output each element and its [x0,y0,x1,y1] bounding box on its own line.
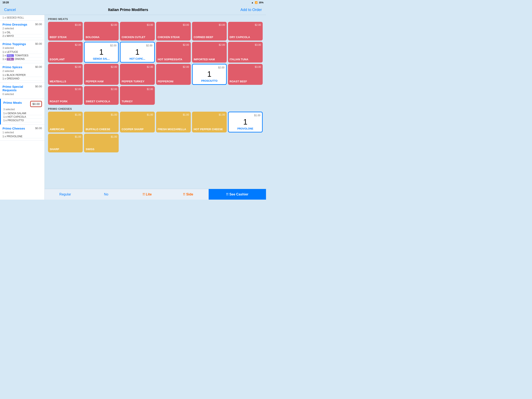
list-item: 1 xLETTUCE [2,50,42,54]
dressings-selected: 2 selected [2,27,42,30]
meat-tile-roast-beef[interactable]: $3.00 ROAST BEEF [228,64,263,85]
side-button[interactable]: !! Side [168,189,209,200]
meat-tile-prosciutto[interactable]: $2.00 1 PROSCIUTTO [192,64,227,85]
sidebar: 1 x SEEDED ROLL Primo Dressings $0.00 2 … [0,15,45,200]
status-time: 10:20 [2,1,9,4]
meats-label: Primo Meats [3,101,22,104]
spices-price: $0.00 [35,65,42,68]
status-icons: ▲ 📶 25% [251,1,264,4]
sidebar-section-cheeses[interactable]: Primo Cheeses $0.00 1 selected 1 xPROVOL… [0,125,44,141]
cheese-tile-provolone[interactable]: $1.00 1 PROVOLONE [228,112,263,132]
meat-tile-dry-capicola[interactable]: $2.00 DRY CAPICOLA [228,22,263,40]
signal-icon: ▲ [251,1,253,4]
meats-price-box: $0.00 [30,101,42,107]
meat-tile-italian-tuna[interactable]: $3.00 ITALIAN TUNA [228,42,263,63]
meat-tile-beef-steak[interactable]: $3.00 BEEF STEAK [48,22,83,40]
cheeses-section-label: PRIMO CHEESES [48,107,263,110]
no-button[interactable]: No [86,189,127,200]
cheese-tile-hot-pepper-cheese[interactable]: $1.00 HOT PEPPER CHEESE [192,112,227,132]
meat-tile-eggplant[interactable]: $2.00 EGGPLANT [48,42,83,63]
cheese-tile-sharp[interactable]: $1.00 SHARP [48,134,83,152]
cheeses-list: 1 xPROVOLONE [2,135,42,138]
list-item: 1 xPROSCIUTTO [3,119,42,122]
special-selected: 0 selected [2,93,42,96]
spices-list: 1 xBLACK PEPPER 1 xOREGANO [2,73,42,80]
list-item: 1 xGENOA SALAMI [3,112,42,115]
wifi-icon: 📶 [255,1,258,4]
list-item: 1 x!! Si...ONIONS [2,57,42,61]
meats-list: 1 xGENOA SALAMI 1 xHOT CAPICOLA 1 xPROSC… [3,112,42,122]
dressings-price: $0.00 [35,23,42,26]
special-price: $0.00 [35,85,42,88]
see-cashier-button[interactable]: !! See Cashier [209,189,266,200]
main-layout: 1 x SEEDED ROLL Primo Dressings $0.00 2 … [0,15,266,200]
list-item: 1 xBLACK PEPPER [2,73,42,77]
sidebar-section-meats[interactable]: Primo Meats $0.00 3 selected 1 xGENOA SA… [0,99,44,125]
bottom-toolbar: Regular No !! Lite !! Side !! See Cashie… [45,189,266,200]
meats-section-label: PRIMO MEATS [48,18,263,21]
sidebar-section-spices[interactable]: Primo Spices $0.00 2 selected 1 xBLACK P… [0,63,44,83]
meat-tile-pepper-turkey[interactable]: $2.00 PEPPER TURKEY [120,64,155,85]
list-item: 1 x!! Li...TOMATOES [2,54,42,57]
meat-tile-pepper-ham[interactable]: $2.00 PEPPER HAM [84,64,119,85]
lite-button[interactable]: !! Lite [127,189,167,200]
meat-tile-imported-ham[interactable]: $2.00 IMPORTED HAM [192,42,227,63]
meats-section: PRIMO MEATS $3.00 BEEF STEAK $2.00 BOLOG… [48,18,263,105]
meat-tile-turkey[interactable]: $2.00 TURKEY [120,86,155,105]
list-item: 2 xMAYO [2,34,42,38]
cheese-tile-buffalo-cheese[interactable]: $1.00 BUFFALO CHEESE [84,112,119,132]
add-to-order-button[interactable]: Add to Order [241,8,262,12]
meat-tile-hot-sopressata[interactable]: $2.00 HOT SOPRESSATA [156,42,191,63]
content-area: PRIMO MEATS $3.00 BEEF STEAK $2.00 BOLOG… [45,15,266,189]
cheeses-label: Primo Cheeses [2,127,25,130]
meat-tile-chicken-cutlet[interactable]: $3.00 CHICKEN CUTLET [120,22,155,40]
list-item: 1 xHOT CAPICOLA [3,115,42,119]
toppings-selected: 3 selected [2,47,42,50]
special-label: Primo Special Requests [2,85,35,92]
toppings-label: Primo Toppings [2,42,26,46]
status-bar: 10:20 ▲ 📶 25% [0,0,266,5]
cheese-tile-swiss[interactable]: $1.00 SWISS [84,134,119,152]
cheese-tile-fresh-mozzarella[interactable]: $1.00 FRESH MOZZARELLA [156,112,191,132]
battery-indicator: 25% [259,1,264,4]
meat-tile-pepperoni[interactable]: $2.00 PEPPERONI [156,64,191,85]
toppings-price: $0.00 [35,42,42,45]
dressings-label: Primo Dressings [2,23,27,26]
sidebar-section-toppings[interactable]: Primo Toppings $0.00 3 selected 1 xLETTU… [0,40,44,63]
meat-tile-hot-capic[interactable]: $2.00 1 HOT CAPIC... [120,42,155,63]
list-item: 1 xOREGANO [2,77,42,80]
meat-tile-meatballs[interactable]: $2.00 MEATBALLS [48,64,83,85]
page-title: Italian Primo Modifiers [108,8,148,12]
cheeses-section: PRIMO CHEESES $1.00 AMERICAN $1.00 BUFFA… [48,107,263,152]
cheeses-selected: 1 selected [2,131,42,134]
sidebar-section-dressings[interactable]: Primo Dressings $0.00 2 selected 1 xOIL … [0,21,44,40]
meat-tile-bologna[interactable]: $2.00 BOLOGNA [84,22,119,40]
spices-selected: 2 selected [2,70,42,73]
meat-tile-chicken-steak[interactable]: $3.00 CHICKEN STEAK [156,22,191,40]
meat-tile-roast-pork[interactable]: $2.00 ROAST PORK [48,86,83,105]
list-item: 1 xPROVOLONE [2,135,42,138]
seeded-roll-item: 1 x SEEDED ROLL [0,15,44,21]
list-item: 1 xOIL [2,31,42,34]
header: Cancel Italian Primo Modifiers Add to Or… [0,5,266,15]
meat-tile-genoa-sal[interactable]: $2.00 1 GENOA SAL... [84,42,119,63]
meats-grid: $3.00 BEEF STEAK $2.00 BOLOGNA $3.00 CHI… [48,22,263,105]
cheese-tile-cooper-sharp[interactable]: $1.00 COOPER SHARP [120,112,155,132]
cancel-button[interactable]: Cancel [4,8,16,12]
cheeses-price: $0.00 [35,127,42,130]
regular-button[interactable]: Regular [45,189,86,200]
meat-tile-corned-beef[interactable]: $3.00 CORNED BEEF [192,22,227,40]
cheese-tile-american[interactable]: $1.00 AMERICAN [48,112,83,132]
cheeses-grid: $1.00 AMERICAN $1.00 BUFFALO CHEESE $1.0… [48,112,263,152]
meat-tile-sweet-capicola[interactable]: $2.00 SWEET CAPICOLA [84,86,119,105]
meats-selected: 3 selected [3,108,42,111]
sidebar-section-special[interactable]: Primo Special Requests $0.00 0 selected [0,83,44,99]
toppings-list: 1 xLETTUCE 1 x!! Li...TOMATOES 1 x!! Si.… [2,50,42,61]
dressings-list: 1 xOIL 2 xMAYO [2,31,42,38]
spices-label: Primo Spices [2,65,22,69]
